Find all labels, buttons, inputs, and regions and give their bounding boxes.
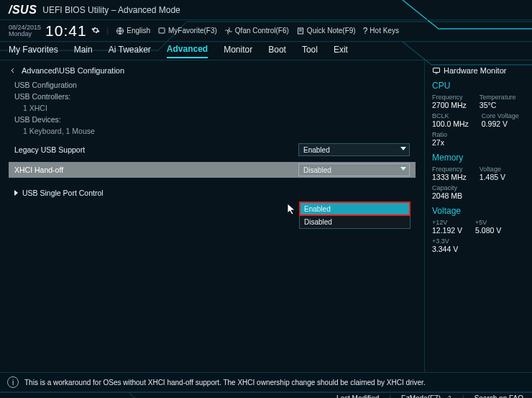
option-disabled[interactable]: Disabled [300, 215, 410, 228]
hw-12v-k: +12V [432, 219, 462, 226]
language-label: English [127, 27, 150, 35]
tab-main[interactable]: Main [74, 45, 93, 58]
dropdown-xhci-handoff[interactable]: Enabled Disabled [299, 202, 411, 229]
search-faq-label: Search on FAQ [474, 394, 523, 398]
select-legacy-usb[interactable]: Enabled [298, 143, 410, 156]
hw-mem-heading: Memory [432, 153, 525, 163]
tab-tool[interactable]: Tool [302, 45, 318, 58]
hw-ratio-v: 27x [432, 138, 447, 147]
language-button[interactable]: English [116, 27, 150, 35]
label-usb-devices: USB Devices: [14, 115, 416, 124]
hw-freq-v: 2700 MHz [432, 101, 467, 109]
cursor-icon [287, 203, 297, 216]
ezmode-button[interactable]: EzMode(F7) [401, 394, 452, 398]
tab-monitor[interactable]: Monitor [224, 45, 252, 58]
qfan-button[interactable]: Qfan Control(F6) [224, 27, 289, 35]
hw-temp-k: Temperature [480, 94, 516, 101]
select-xhci-handoff-value: Disabled [303, 166, 331, 174]
hw-ratio-k: Ratio [432, 131, 447, 138]
ezmode-label: EzMode(F7) [401, 394, 441, 398]
hw-title: Hardware Monitor [444, 66, 506, 75]
last-modified-button[interactable]: Last Modified [336, 394, 379, 398]
hw-mfreq-v: 1333 MHz [432, 173, 467, 181]
hw-bclk-v: 100.0 MHz [432, 119, 469, 128]
label-usb-controllers: USB Controllers: [14, 92, 416, 101]
hw-5v-v: 5.080 V [475, 226, 501, 235]
label-xhci-count: 1 XHCI [23, 104, 416, 112]
last-modified-label: Last Modified [336, 394, 379, 398]
brand-logo: /SUS [9, 4, 37, 17]
hw-5v-k: +5V [475, 219, 501, 226]
hw-cap-v: 2048 MB [432, 191, 462, 200]
svg-rect-5 [434, 68, 440, 73]
tab-ai-tweaker[interactable]: Ai Tweaker [109, 45, 151, 58]
qfan-label: Qfan Control(F6) [235, 27, 289, 35]
hw-33v-k: +3.3V [432, 238, 458, 245]
hw-mfreq-k: Frequency [432, 166, 467, 173]
label-usb-single-port: USB Single Port Control [22, 189, 104, 197]
breadcrumb[interactable]: Advanced\USB Configuration [9, 66, 416, 75]
select-legacy-usb-value: Enabled [303, 146, 330, 154]
quicknote-button[interactable]: Quick Note(F9) [296, 27, 356, 35]
hw-cap-k: Capacity [432, 184, 462, 191]
chevron-down-icon [400, 147, 406, 150]
svg-rect-2 [159, 28, 165, 33]
info-icon: i [7, 376, 19, 388]
tab-my-favorites[interactable]: My Favorites [9, 45, 58, 58]
hw-cpu-heading: CPU [432, 81, 525, 91]
hardware-monitor-panel: Hardware Monitor CPU Frequency2700 MHz T… [424, 60, 532, 372]
label-usb-config: USB Configuration [14, 81, 416, 89]
myfavorite-button[interactable]: MyFavorite(F3) [157, 27, 217, 35]
hw-bclk-k: BCLK [432, 112, 469, 119]
hotkeys-button[interactable]: ? Hot Keys [363, 26, 399, 36]
svg-point-3 [227, 30, 229, 32]
hw-cv-k: Core Voltage [482, 112, 519, 119]
row-usb-single-port[interactable]: USB Single Port Control [9, 185, 416, 201]
hw-temp-v: 35°C [480, 101, 516, 109]
clock: 10:41 [45, 22, 87, 40]
option-enabled[interactable]: Enabled [300, 202, 410, 215]
chevron-down-icon [400, 167, 406, 171]
tab-advanced[interactable]: Advanced [167, 44, 208, 58]
row-xhci-handoff: XHCI Hand-off Disabled [9, 162, 416, 178]
search-faq-button[interactable]: Search on FAQ [474, 394, 523, 398]
day-text: Monday [9, 31, 41, 37]
hw-mvolt-k: Voltage [480, 166, 505, 173]
hw-volt-heading: Voltage [432, 206, 525, 216]
hw-freq-k: Frequency [432, 94, 467, 101]
hw-cv-v: 0.992 V [482, 119, 519, 128]
label-xhci-handoff: XHCI Hand-off [14, 166, 298, 174]
tab-exit[interactable]: Exit [334, 45, 348, 58]
myfavorite-label: MyFavorite(F3) [168, 27, 217, 35]
label-legacy-usb: Legacy USB Support [14, 145, 298, 154]
select-xhci-handoff[interactable]: Disabled [298, 163, 410, 176]
quicknote-label: Quick Note(F9) [307, 27, 356, 35]
exit-icon [444, 395, 452, 399]
gear-icon[interactable] [91, 26, 100, 36]
label-device-list: 1 Keyboard, 1 Mouse [23, 127, 416, 135]
chevron-right-icon [14, 190, 18, 196]
hw-mvolt-v: 1.485 V [480, 173, 505, 181]
window-title: UEFI BIOS Utility – Advanced Mode [42, 5, 180, 15]
breadcrumb-text: Advanced\USB Configuration [22, 66, 124, 75]
tab-boot[interactable]: Boot [268, 45, 286, 58]
help-text: This is a workaround for OSes without XH… [24, 379, 426, 386]
hw-33v-v: 3.344 V [432, 245, 458, 253]
date-block: 08/24/2015 Monday [9, 24, 41, 37]
hotkeys-label: Hot Keys [370, 27, 399, 35]
row-legacy-usb: Legacy USB Support Enabled [9, 142, 416, 158]
hw-12v-v: 12.192 V [432, 226, 462, 235]
